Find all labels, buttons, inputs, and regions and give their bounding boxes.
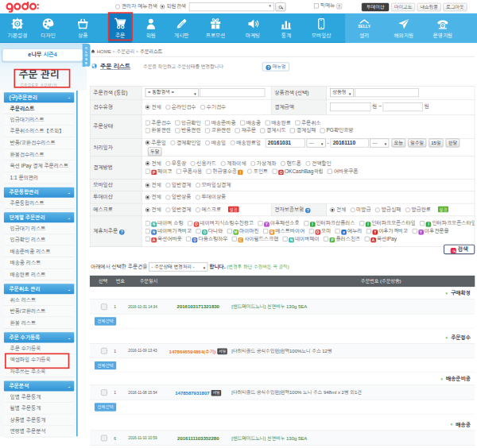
svg-text:SELLY: SELLY [358, 24, 370, 29]
